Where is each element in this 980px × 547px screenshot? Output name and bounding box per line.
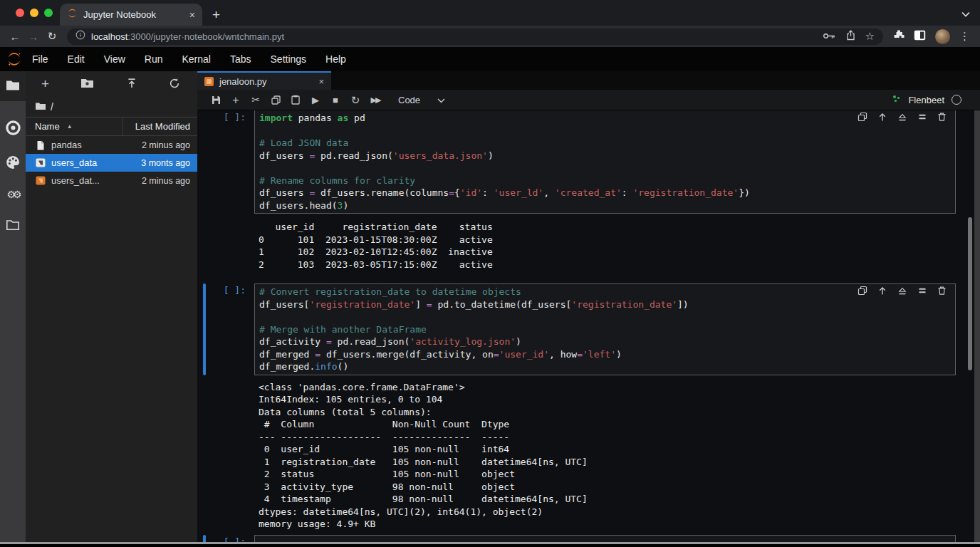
insert-cell-above-icon[interactable] [897, 286, 907, 296]
chevron-down-icon[interactable] [437, 95, 445, 105]
activity-bar: ⚙⚙ [0, 71, 26, 544]
cell-output: <class 'pandas.core.frame.DataFrame'>Int… [259, 381, 980, 531]
browser-tab[interactable]: Jupyter Notebook × [60, 4, 202, 26]
move-cell-up-icon[interactable] [877, 112, 887, 122]
menu-item-kernal[interactable]: Kernal [182, 53, 210, 65]
menu-item-edit[interactable]: Edit [68, 53, 85, 65]
url-text[interactable]: localhost:3000/jupyter·notebook/wntchmai… [91, 31, 817, 42]
breadcrumb[interactable]: / [26, 97, 197, 117]
window-close-button[interactable] [16, 9, 24, 17]
insert-cell-below-icon[interactable] [917, 112, 927, 122]
duplicate-cell-icon[interactable] [858, 112, 867, 122]
delete-cell-icon[interactable] [937, 286, 947, 296]
cell-output: user_id registration_date status0 101 20… [259, 221, 980, 271]
address-bar[interactable]: localhost:3000/jupyter·notebook/wntchmai… [67, 28, 883, 45]
new-launcher-plus-icon[interactable]: + [41, 76, 49, 92]
insert-cell-above-icon[interactable] [897, 112, 907, 122]
cell-hover-toolbar [858, 112, 947, 122]
forward-icon[interactable]: → [24, 31, 43, 43]
list-item[interactable]: pandas2 minus ago [26, 136, 197, 154]
running-kernels-icon[interactable] [5, 120, 21, 136]
menu-item-tabs[interactable]: Tabs [230, 53, 251, 65]
move-cell-up-icon[interactable] [877, 286, 887, 296]
column-header-modified[interactable]: Last Modified [123, 121, 197, 132]
kernel-idle-circle-icon [952, 95, 961, 105]
file-browser-toolbar: + [26, 71, 197, 97]
password-key-icon[interactable] [823, 30, 836, 43]
file-list-header: Name ▲ Last Modified [26, 117, 197, 136]
cell-editor[interactable]: # Convert registration_date to datetime … [254, 283, 956, 375]
duplicate-cell-icon[interactable] [858, 286, 867, 296]
new-tab-button[interactable]: + [212, 8, 220, 21]
profile-avatar[interactable] [935, 29, 950, 44]
tab-close-icon[interactable]: × [189, 9, 195, 21]
tab-search-chevron-icon[interactable] [961, 7, 970, 20]
side-panel-icon[interactable] [914, 30, 926, 43]
copy-icon[interactable] [266, 95, 286, 105]
cell-editor[interactable]: import pandas as pd # Load JSON datadf_u… [254, 110, 956, 214]
add-cell-icon[interactable]: + [226, 95, 246, 105]
file-browser: + / Name ▲ Last Modified panda [26, 71, 197, 544]
cut-icon[interactable]: ✂ [246, 95, 266, 105]
menu-item-file[interactable]: File [32, 53, 48, 65]
insert-cell-below-icon[interactable] [917, 286, 927, 296]
menu-item-help[interactable]: Help [325, 53, 346, 65]
site-info-icon[interactable] [75, 30, 85, 43]
list-item[interactable]: users_dat...2 minus ago [26, 172, 197, 189]
cell-prompt: [ ]: [197, 283, 254, 375]
upload-icon[interactable] [126, 78, 137, 91]
file-name: users_dat... [51, 175, 123, 186]
code-cell: [ ]:import pandas as pd # Load JSON data… [197, 110, 980, 214]
gears-icon[interactable]: ⚙⚙ [6, 189, 19, 200]
open-folder-icon[interactable] [6, 219, 20, 231]
window-zoom-button[interactable] [44, 9, 53, 17]
run-all-icon[interactable]: ▶▶ [365, 95, 385, 105]
refresh-icon[interactable] [169, 78, 180, 91]
cell-type-dropdown[interactable]: Code [398, 95, 420, 105]
save-icon[interactable] [206, 95, 226, 105]
kernel-indicator[interactable]: Flenbeet [892, 94, 961, 105]
browser-toolbar: ← → ↻ localhost:3000/jupyter·notebook/wn… [0, 26, 980, 47]
run-icon[interactable]: ▶ [306, 95, 325, 105]
code-cell: [ ]:# Convert registration_date to datet… [197, 283, 980, 375]
menu-item-run[interactable]: Run [145, 53, 163, 65]
restart-kernel-icon[interactable]: ↻ [345, 95, 365, 105]
delete-cell-icon[interactable] [937, 112, 947, 122]
menu-item-settings[interactable]: Settings [271, 53, 307, 65]
window-minimize-button[interactable] [30, 9, 38, 17]
notebook-icon [35, 158, 46, 167]
file-name: pandas [51, 140, 123, 150]
back-icon[interactable]: ← [6, 31, 24, 43]
notebook-content: [ ]:import pandas as pd # Load JSON data… [197, 110, 980, 544]
notebook-tab-close-icon[interactable]: × [318, 76, 324, 87]
cell-prompt: [ ]: [197, 110, 254, 214]
new-folder-icon[interactable] [80, 78, 94, 90]
palette-icon[interactable] [5, 155, 21, 170]
share-icon[interactable] [846, 30, 855, 43]
right-edge-strip [974, 110, 980, 544]
column-header-name[interactable]: Name ▲ [26, 121, 123, 132]
menu-kebab-icon[interactable]: ⋮ [959, 30, 970, 43]
list-item[interactable]: users_data3 monts ago [26, 154, 197, 172]
jupyter-logo [6, 51, 22, 67]
app-body: ⚙⚙ + / Name ▲ [0, 71, 980, 544]
stop-icon[interactable]: ■ [325, 95, 345, 105]
notebook-tab[interactable]: jenaloon.py × [197, 71, 331, 90]
paste-icon[interactable] [286, 95, 306, 105]
bookmark-star-icon[interactable]: ☆ [865, 30, 875, 43]
file-icon [35, 140, 46, 150]
sort-ascending-icon[interactable]: ▲ [67, 123, 73, 130]
notebook-toolbar: + ✂ ▶ ■ ↻ ▶▶ Code Flen [197, 90, 980, 110]
files-folder-icon[interactable] [6, 79, 20, 93]
jupyter-menubar: FileEditViewRunKernalTabsSettingsHelp [0, 47, 980, 71]
breadcrumb-root[interactable]: / [51, 101, 53, 113]
file-name: users_data [51, 157, 123, 168]
menu-item-view[interactable]: View [104, 53, 125, 65]
root-folder-icon [35, 101, 46, 113]
scrollbar-thumb[interactable] [968, 217, 972, 370]
extensions-puzzle-icon[interactable] [893, 29, 905, 43]
jupyter-favicon [67, 8, 78, 21]
reload-icon[interactable]: ↻ [43, 30, 61, 43]
green-dots-icon [892, 94, 901, 105]
cell-hover-toolbar [858, 286, 947, 296]
